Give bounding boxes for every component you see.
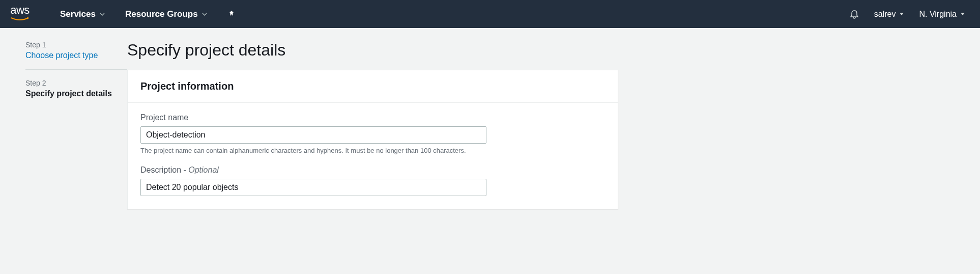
chevron-down-icon [202,13,207,16]
user-label: salrev [874,10,896,19]
region-label: N. Virginia [919,10,957,19]
optional-text: Optional [188,166,219,174]
aws-swoosh-icon [10,15,30,24]
description-group: Description - Optional [140,166,605,196]
project-name-label: Project name [140,113,605,122]
wizard-step-2: Step 2 Specify project details [25,79,127,107]
notifications-icon[interactable] [850,10,859,19]
page-title: Specify project details [127,41,618,60]
user-menu[interactable]: salrev [874,10,904,19]
step-label: Step 2 [25,79,127,87]
pin-icon[interactable] [227,10,236,18]
page-body: Step 1 Choose project type Step 2 Specif… [0,28,980,222]
panel-header: Project information [128,70,618,103]
description-input[interactable] [140,179,486,196]
aws-logo[interactable]: aws [10,5,30,24]
panel-title: Project information [140,80,605,92]
caret-down-icon [961,13,965,15]
project-name-input[interactable] [140,126,486,144]
project-name-group: Project name The project name can contai… [140,113,605,154]
description-label: Description - Optional [140,166,605,175]
chevron-down-icon [100,13,105,16]
step-label: Step 1 [25,41,127,49]
aws-logo-text: aws [10,5,30,16]
resource-groups-menu[interactable]: Resource Groups [125,9,207,19]
resource-groups-label: Resource Groups [125,9,198,19]
services-menu[interactable]: Services [60,9,105,19]
project-information-panel: Project information Project name The pro… [127,70,618,209]
panel-body: Project name The project name can contai… [128,103,618,209]
step-title-link[interactable]: Choose project type [25,51,127,60]
top-navigation: aws Services Resource Groups salrev N. V… [0,0,980,28]
step-title-current: Specify project details [25,89,127,98]
region-menu[interactable]: N. Virginia [919,10,965,19]
wizard-step-1[interactable]: Step 1 Choose project type [25,41,127,70]
caret-down-icon [900,13,904,15]
main-content: Specify project details Project informat… [127,41,618,209]
wizard-sidebar: Step 1 Choose project type Step 2 Specif… [25,41,127,209]
services-label: Services [60,9,96,19]
description-label-text: Description - [140,166,188,174]
project-name-hint: The project name can contain alphanumeri… [140,147,605,154]
